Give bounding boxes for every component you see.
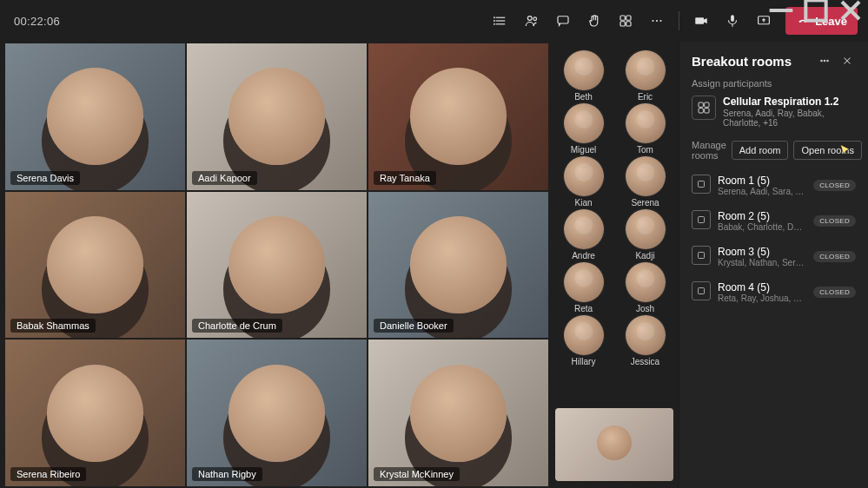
avatar	[626, 156, 666, 196]
room-icon	[692, 210, 711, 229]
room-icon	[692, 246, 711, 265]
avatar	[626, 315, 666, 355]
video-tile[interactable]: Babak Shammas	[5, 192, 185, 339]
video-tile-label: Charlotte de Crum	[192, 319, 282, 333]
room-title: Room 3 (5)	[718, 246, 806, 258]
svg-rect-34	[699, 288, 705, 294]
participant-thumbnail[interactable]: Eric	[617, 50, 673, 102]
participant-thumbnail[interactable]: Reta	[555, 262, 612, 313]
video-grid: Serena Davis Aadi Kapoor Ray Tanaka Baba…	[0, 42, 550, 488]
breakout-rooms-icon[interactable]	[611, 6, 640, 36]
participant-name: Miguel	[571, 145, 596, 155]
room-status-badge: CLOSED	[813, 251, 856, 262]
video-tile[interactable]: Ray Tanaka	[368, 43, 548, 190]
svg-rect-1	[805, 0, 825, 20]
video-tile-label: Nathan Rigby	[192, 467, 262, 481]
participant-thumbnail[interactable]: Kadji	[617, 209, 673, 260]
participant-thumbnail[interactable]: Tom	[617, 103, 673, 155]
participant-thumbnail[interactable]: Miguel	[555, 103, 612, 155]
participant-thumbnail-column: Beth Eric Miguel Tom Kian Serena Andre K…	[550, 42, 679, 488]
self-preview[interactable]	[555, 408, 673, 481]
avatar	[564, 156, 604, 196]
room-subtitle: Babak, Charlotte, Danielle, Mig…	[718, 222, 806, 232]
video-tile[interactable]: Serena Ribeiro	[5, 340, 185, 486]
svg-rect-33	[699, 253, 705, 259]
more-actions-icon[interactable]	[642, 6, 672, 36]
window-close-button[interactable]	[833, 0, 868, 21]
participant-name: Eric	[638, 92, 653, 102]
svg-point-17	[653, 20, 654, 22]
svg-rect-13	[620, 16, 625, 20]
room-title: Room 2 (5)	[718, 210, 806, 222]
avatar	[626, 103, 666, 143]
room-icon	[692, 175, 711, 194]
panel-close-icon[interactable]	[838, 52, 856, 69]
camera-icon[interactable]	[686, 6, 716, 36]
svg-point-9	[494, 23, 495, 24]
svg-rect-31	[699, 181, 705, 188]
participant-name: Andre	[572, 251, 595, 260]
open-rooms-button[interactable]: Open rooms	[793, 141, 862, 160]
video-tile[interactable]: Krystal McKinney	[368, 340, 548, 486]
participant-thumbnail[interactable]: Kian	[555, 156, 612, 208]
room-title: Room 4 (5)	[718, 281, 806, 293]
participant-name: Serena	[631, 198, 659, 208]
window-minimize-button[interactable]	[764, 0, 798, 21]
svg-rect-20	[731, 15, 734, 22]
video-tile[interactable]: Aadi Kapoor	[187, 43, 367, 190]
participants-list-icon[interactable]	[486, 6, 515, 36]
participant-thumbnail[interactable]: Andre	[555, 209, 612, 260]
video-tile-label: Serena Ribeiro	[10, 467, 86, 481]
participant-thumbnail[interactable]: Josh	[617, 262, 673, 313]
svg-point-11	[533, 17, 537, 21]
svg-point-18	[656, 20, 658, 22]
add-room-button[interactable]: Add room	[732, 141, 789, 160]
participant-thumbnail[interactable]: Hillary	[555, 315, 612, 366]
manage-rooms-label: Manage rooms	[692, 140, 726, 161]
svg-rect-15	[620, 22, 625, 26]
participant-thumbnail[interactable]: Serena	[617, 156, 673, 208]
participant-name: Tom	[637, 145, 653, 155]
raise-hand-icon[interactable]	[580, 6, 609, 36]
video-tile-label: Aadi Kapoor	[192, 171, 257, 185]
room-item[interactable]: Room 4 (5)Reta, Ray, Joshua, Darren, Hil…	[692, 278, 856, 308]
avatar	[626, 262, 666, 302]
meeting-timer: 00:22:06	[14, 15, 60, 28]
toolbar-divider	[679, 11, 679, 30]
svg-point-23	[824, 60, 825, 62]
assign-participants-label: Assign participants	[692, 78, 856, 89]
chat-icon[interactable]	[548, 6, 578, 36]
participant-name: Jessica	[631, 357, 659, 366]
room-icon	[692, 281, 711, 300]
microphone-icon[interactable]	[718, 6, 747, 36]
video-tile-label: Babak Shammas	[10, 319, 96, 333]
svg-point-7	[494, 17, 495, 18]
video-tile[interactable]: Serena Davis	[5, 43, 185, 190]
video-tile-label: Ray Tanaka	[374, 171, 436, 185]
svg-point-8	[494, 21, 495, 22]
avatar	[626, 50, 666, 90]
meeting-title: Cellular Respiration 1.2	[723, 96, 856, 108]
video-tile[interactable]: Danielle Booker	[368, 192, 548, 339]
room-item[interactable]: Room 1 (5)Serena, Aadi, Sara, Tom, Eric …	[692, 171, 856, 201]
participant-name: Reta	[574, 304, 593, 313]
window-maximize-button[interactable]	[798, 0, 833, 21]
meeting-subtitle: Serena, Aadi, Ray, Babak, Charlotte, +16	[723, 109, 856, 128]
avatar	[626, 209, 666, 249]
video-tile-label: Serena Davis	[10, 171, 80, 185]
panel-title: Breakout rooms	[692, 54, 811, 69]
participant-thumbnail[interactable]: Jessica	[617, 315, 673, 366]
svg-rect-29	[699, 109, 703, 113]
video-tile[interactable]: Nathan Rigby	[187, 340, 367, 486]
people-icon[interactable]	[517, 6, 547, 36]
window-controls	[764, 0, 868, 21]
avatar	[564, 209, 604, 249]
room-item[interactable]: Room 3 (5)Krystal, Nathan, Serena, Andre…	[692, 242, 856, 273]
room-item[interactable]: Room 2 (5)Babak, Charlotte, Danielle, Mi…	[692, 207, 856, 237]
meeting-summary[interactable]: Cellular Respiration 1.2 Serena, Aadi, R…	[692, 96, 856, 128]
participant-thumbnail[interactable]: Beth	[555, 50, 612, 102]
video-tile[interactable]: Charlotte de Crum	[187, 192, 367, 339]
svg-rect-30	[705, 109, 709, 113]
svg-point-24	[827, 60, 829, 62]
panel-more-icon[interactable]	[816, 52, 833, 69]
